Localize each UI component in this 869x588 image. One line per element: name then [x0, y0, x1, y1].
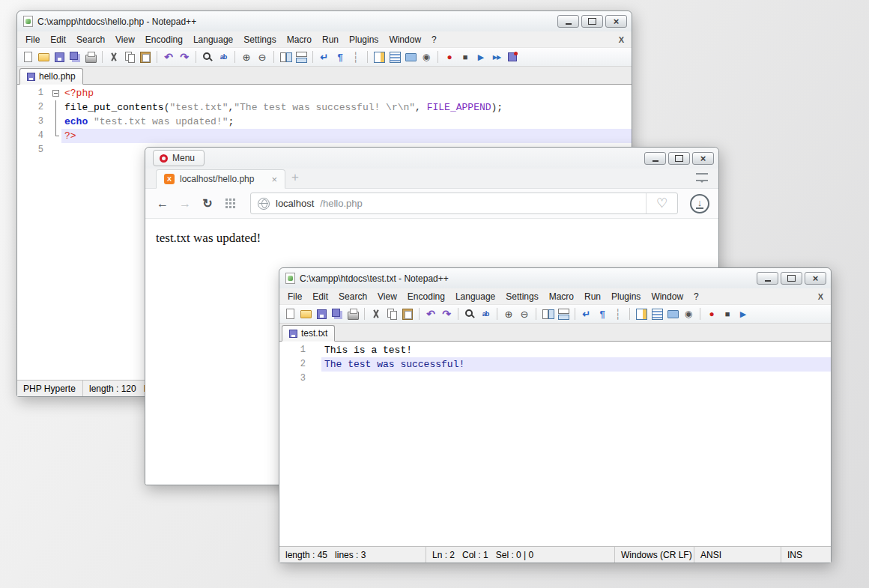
show-all-characters-icon[interactable] [596, 307, 609, 321]
monitoring-eye-icon[interactable] [682, 307, 695, 321]
menu-language[interactable]: Language [188, 33, 238, 46]
fold-collapse-icon[interactable] [52, 90, 59, 97]
minimize-button[interactable] [644, 152, 666, 165]
menu-view[interactable]: View [110, 33, 140, 46]
minimize-button[interactable] [557, 15, 579, 28]
save-macro-icon[interactable] [506, 50, 519, 64]
menu-window[interactable]: Window [646, 290, 688, 303]
menu-macro[interactable]: Macro [544, 290, 579, 303]
find-icon[interactable] [463, 307, 476, 321]
tab-localhost-hello-php[interactable]: localhost/hello.php × [156, 169, 285, 189]
indent-guide-icon[interactable] [611, 307, 625, 321]
menu-help[interactable]: ? [426, 33, 442, 46]
sync-horizontal-scroll-icon[interactable] [557, 307, 570, 321]
paste-icon[interactable] [401, 307, 414, 321]
site-info-icon[interactable] [258, 198, 270, 210]
cut-icon[interactable] [107, 50, 121, 64]
indent-guide-icon[interactable] [349, 50, 363, 64]
reload-icon[interactable] [199, 196, 216, 212]
opera-menu-button[interactable]: Menu [153, 150, 205, 166]
word-wrap-icon[interactable] [580, 307, 593, 321]
paste-icon[interactable] [139, 50, 152, 64]
word-wrap-icon[interactable] [318, 50, 331, 64]
print-icon[interactable] [346, 307, 360, 321]
menu-encoding[interactable]: Encoding [140, 33, 188, 46]
save-icon[interactable] [52, 50, 66, 64]
download-icon[interactable] [690, 194, 709, 213]
menu-run[interactable]: Run [317, 33, 344, 46]
menu-file[interactable]: File [282, 290, 307, 303]
title-bar[interactable]: C:\xampp\htdocs\test.txt - Notepad++ [279, 268, 831, 288]
minimize-button[interactable] [757, 272, 778, 285]
tab-test-txt[interactable]: test.txt [282, 325, 335, 342]
tab-close-icon[interactable]: × [271, 174, 277, 185]
copy-icon[interactable] [123, 50, 136, 64]
copy-icon[interactable] [385, 307, 399, 321]
menu-run[interactable]: Run [579, 290, 606, 303]
open-folder-icon[interactable] [299, 307, 312, 321]
play-macro-icon[interactable] [474, 50, 488, 64]
show-all-characters-icon[interactable] [333, 50, 347, 64]
menu-macro[interactable]: Macro [282, 33, 317, 46]
tab-menu-icon[interactable] [696, 173, 708, 183]
cut-icon[interactable] [369, 307, 383, 321]
address-bar[interactable]: localhost /hello.php [250, 193, 678, 214]
menu-settings[interactable]: Settings [238, 33, 281, 46]
menu-edit[interactable]: Edit [45, 33, 71, 46]
new-tab-button[interactable]: + [285, 170, 305, 185]
close-button[interactable] [605, 15, 627, 28]
redo-icon[interactable] [178, 50, 191, 64]
play-macro-icon[interactable] [736, 307, 750, 321]
redo-icon[interactable] [440, 307, 453, 321]
menu-plugins[interactable]: Plugins [606, 290, 646, 303]
menu-encoding[interactable]: Encoding [402, 290, 450, 303]
menu-search[interactable]: Search [333, 290, 372, 303]
text-editor[interactable]: 1 2 3 This is a test! The test was succe… [279, 342, 831, 546]
maximize-button[interactable] [781, 272, 802, 285]
stop-macro-icon[interactable] [721, 307, 734, 321]
zoom-in-icon[interactable] [502, 307, 515, 321]
save-icon[interactable] [315, 307, 328, 321]
find-icon[interactable] [201, 50, 214, 64]
title-bar[interactable]: C:\xampp\htdocs\hello.php - Notepad++ [17, 11, 632, 31]
open-folder-icon[interactable] [37, 50, 50, 64]
file-browser-icon[interactable] [404, 50, 417, 64]
forward-icon[interactable] [177, 196, 193, 212]
document-map-icon[interactable] [372, 50, 386, 64]
maximize-button[interactable] [581, 15, 603, 28]
undo-icon[interactable] [424, 307, 437, 321]
menu-edit[interactable]: Edit [307, 290, 333, 303]
menubar-close-button[interactable]: X [614, 35, 629, 44]
menu-search[interactable]: Search [71, 33, 110, 46]
record-macro-icon[interactable] [705, 307, 718, 321]
save-all-icon[interactable] [330, 307, 344, 321]
menu-help[interactable]: ? [688, 290, 704, 303]
menu-plugins[interactable]: Plugins [344, 33, 384, 46]
tab-hello-php[interactable]: hello.php [19, 68, 83, 85]
opera-title-bar[interactable]: Menu [145, 148, 718, 169]
zoom-in-icon[interactable] [240, 50, 253, 64]
bookmark-heart-icon[interactable] [646, 193, 677, 213]
run-macro-multiple-icon[interactable] [490, 50, 503, 64]
back-icon[interactable] [154, 196, 171, 212]
menu-language[interactable]: Language [450, 290, 500, 303]
monitoring-eye-icon[interactable] [420, 50, 433, 64]
maximize-button[interactable] [668, 152, 690, 165]
new-file-icon[interactable] [283, 307, 297, 321]
replace-icon[interactable] [217, 50, 230, 64]
function-list-icon[interactable] [388, 50, 402, 64]
menubar-close-button[interactable]: X [814, 292, 828, 301]
new-file-icon[interactable] [21, 50, 34, 64]
menu-file[interactable]: File [20, 33, 45, 46]
replace-icon[interactable] [479, 307, 492, 321]
menu-view[interactable]: View [372, 290, 402, 303]
stop-macro-icon[interactable] [458, 50, 472, 64]
function-list-icon[interactable] [650, 307, 664, 321]
fold-margin[interactable] [50, 85, 61, 380]
close-button[interactable] [805, 272, 826, 285]
sync-vertical-scroll-icon[interactable] [279, 50, 292, 64]
print-icon[interactable] [84, 50, 97, 64]
zoom-out-icon[interactable] [518, 307, 531, 321]
menu-settings[interactable]: Settings [500, 290, 543, 303]
sync-horizontal-scroll-icon[interactable] [294, 50, 308, 64]
